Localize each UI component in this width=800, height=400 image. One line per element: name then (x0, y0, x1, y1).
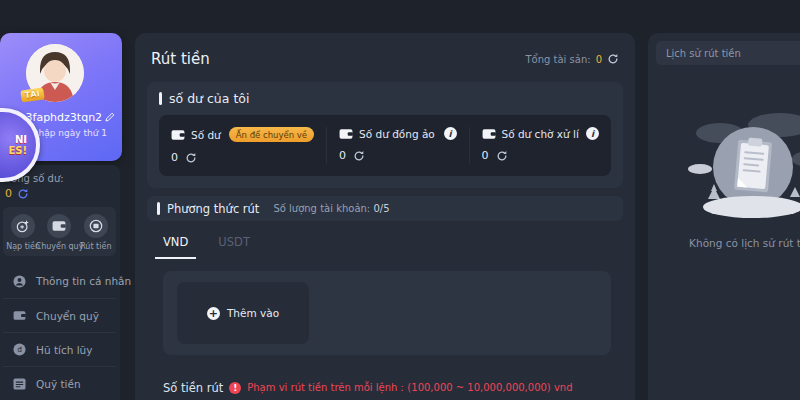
pending-balance-value: 0 (482, 149, 489, 162)
balance-section-title: số dư của tôi (159, 91, 611, 106)
total-assets-label: Tổng tài sản: (525, 54, 590, 65)
deposit-coin-icon (11, 214, 35, 238)
refresh-icon[interactable] (496, 150, 508, 162)
quick-actions: Nạp tiền Chuyển quỹ Rút tiền (3, 207, 116, 256)
sidebar-item-label: Hũ tích lũy (36, 344, 92, 356)
transfer-button[interactable]: Chuyển quỹ (41, 214, 77, 251)
sidebar-item-funds[interactable]: Quỹ tiền (3, 366, 116, 400)
sidebar-item-label: Chuyển quỹ (36, 310, 99, 322)
account-count-value: 0/5 (373, 203, 389, 214)
tab-usdt[interactable]: USDT (210, 233, 258, 259)
sidebar-menu: Thông tin cá nhân Chuyển quỹ đ Hũ tích l… (3, 264, 116, 400)
sidebar-item-jackpot[interactable]: đ Hũ tích lũy (3, 332, 116, 366)
amount-range-warning: Phạm vi rút tiền trên mỗi lệnh：(100,000 … (247, 381, 572, 395)
wallet-icon (482, 128, 496, 140)
withdraw-amount-row: Số tiền rút ! Phạm vi rút tiền trên mỗi … (163, 381, 635, 395)
refresh-icon[interactable] (185, 152, 197, 164)
tab-vnd[interactable]: VND (155, 233, 196, 259)
info-icon[interactable]: i (444, 127, 457, 140)
virtual-balance-value: 0 (339, 149, 346, 162)
balance-col-virtual: Số dư đồng ảo i 0 (326, 127, 468, 164)
sidebar-item-transfer[interactable]: Chuyển quỹ (3, 298, 116, 332)
refresh-balance-icon[interactable] (17, 188, 29, 200)
withdraw-history-panel: Lịch sử rút tiền Không có lịch sử rút ti… (648, 33, 800, 400)
withdraw-label: Rút tiền (80, 242, 111, 251)
withdraw-method-title: Phương thức rút (157, 202, 259, 216)
info-icon[interactable]: i (586, 127, 599, 140)
add-account-label: Thêm vào (227, 307, 279, 319)
add-account-button[interactable]: + Thêm vào (177, 282, 309, 344)
withdraw-icon (84, 214, 108, 238)
balance-col-pending: Số dư chờ xử lí i 0 (469, 127, 611, 164)
withdraw-panel: Rút tiền Tổng tài sản: 0 số dư của tôi S… (135, 33, 635, 400)
total-balance-value: 0 (5, 187, 12, 200)
wallet-icon (47, 214, 71, 238)
balance-col-main: Số dư Ấn để chuyển về 0 (159, 127, 326, 164)
sidebar: Tổng số dư: 0 Nạp tiền Chuyển quỹ Rút ti… (0, 165, 120, 400)
empty-history-text: Không có lịch sử rút tiền (689, 237, 800, 249)
edit-username-icon[interactable] (105, 112, 115, 125)
transfer-label: Chuyển quỹ (36, 242, 84, 251)
withdraw-accounts-area: + Thêm vào (163, 271, 611, 355)
account-count-label: Số lượng tài khoản: (273, 203, 370, 214)
promo-wheel-text1: NI (15, 134, 27, 145)
withdraw-button[interactable]: Rút tiền (78, 214, 114, 251)
sidebar-item-label: Quỹ tiền (36, 378, 81, 390)
promo-wheel-text2: ES! (8, 145, 27, 156)
balance-value: 0 (171, 151, 178, 164)
virtual-balance-label: Số dư đồng ảo (359, 128, 435, 140)
wallet-icon (339, 128, 353, 140)
sidebar-item-personal-info[interactable]: Thông tin cá nhân (3, 264, 116, 298)
plus-icon: + (207, 307, 220, 320)
empty-state-illustration (678, 107, 800, 229)
wallet-icon (13, 310, 26, 321)
my-balance-section: số dư của tôi Số dư Ấn để chuyển về 0 (147, 82, 623, 188)
amount-label: Số tiền rút (163, 381, 223, 395)
refresh-icon[interactable] (353, 150, 365, 162)
balance-label: Số dư (191, 129, 221, 141)
svg-text:đ: đ (17, 345, 22, 354)
jackpot-icon: đ (13, 343, 26, 356)
funds-icon (13, 378, 26, 390)
user-icon (13, 275, 26, 288)
sidebar-item-label: Thông tin cá nhân (36, 275, 131, 287)
total-assets-value: 0 (596, 54, 602, 65)
wallet-icon (171, 129, 185, 141)
currency-tabs: VND USDT (135, 221, 635, 259)
refresh-assets-icon[interactable] (607, 53, 619, 65)
balance-summary: Số dư Ấn để chuyển về 0 Số dư đồng ảo i (159, 115, 611, 176)
page-title: Rút tiền (151, 50, 210, 68)
warning-icon: ! (229, 382, 241, 394)
pending-balance-label: Số dư chờ xử lí (502, 128, 579, 140)
withdraw-method-header: Phương thức rút Số lượng tài khoản: 0/5 (147, 196, 623, 221)
history-title: Lịch sử rút tiền (656, 41, 800, 65)
transfer-back-button[interactable]: Ấn để chuyển về (229, 127, 314, 142)
